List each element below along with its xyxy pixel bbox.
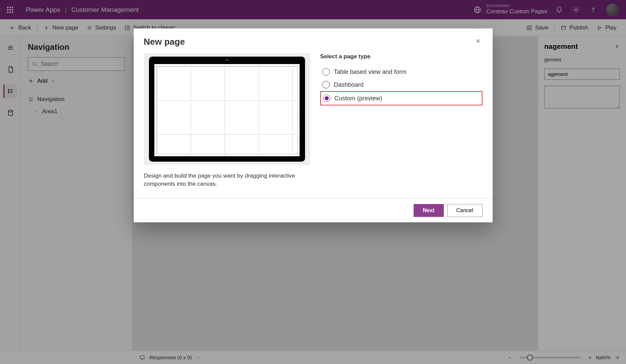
option-label: Custom (preview) <box>335 95 382 102</box>
page-type-option[interactable]: Custom (preview) <box>320 91 482 105</box>
page-type-option[interactable]: Table based view and form <box>320 65 482 78</box>
page-type-option[interactable]: Dashboard <box>320 78 482 91</box>
radio-icon <box>322 68 330 76</box>
dialog-title: New page <box>144 37 185 47</box>
tablet-mockup <box>149 57 305 162</box>
cancel-button[interactable]: Cancel <box>447 204 482 217</box>
radio-icon <box>322 81 330 88</box>
new-page-dialog: New page Design and build the page you w… <box>134 28 493 222</box>
close-button[interactable] <box>474 37 482 47</box>
preview-description: Design and build the page you want by dr… <box>144 172 310 188</box>
radio-icon <box>323 95 330 102</box>
options-heading: Select a page type <box>320 53 482 60</box>
option-label: Dashboard <box>334 81 364 88</box>
page-type-options: Table based view and formDashboardCustom… <box>320 65 482 105</box>
close-icon <box>475 38 481 44</box>
page-preview <box>144 53 310 165</box>
modal-overlay: New page Design and build the page you w… <box>0 0 626 364</box>
option-label: Table based view and form <box>334 68 406 76</box>
next-button[interactable]: Next <box>414 204 444 217</box>
